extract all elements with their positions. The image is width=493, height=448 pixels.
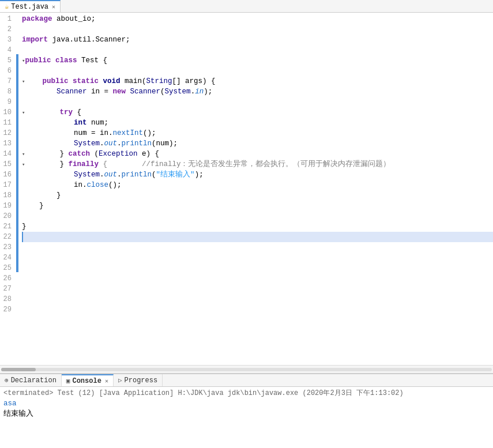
console-close-button[interactable]: ✕	[105, 378, 108, 385]
code-line	[22, 232, 493, 242]
progress-icon: ▷	[118, 377, 122, 384]
tab-declaration[interactable]: ⊕ Declaration	[0, 374, 62, 386]
line-number: 28	[2, 294, 12, 304]
code-line: in.close();	[22, 180, 493, 190]
progress-tab-label: Progress	[125, 377, 158, 385]
line-number: 10	[2, 107, 12, 118]
console-icon: ▣	[66, 377, 70, 385]
console-output-line2: 结束输入	[3, 409, 490, 419]
code-line: System.out.println(num);	[22, 138, 493, 149]
bottom-panel: ⊕ Declaration ▣ Console ✕ ▷ Progress <te…	[0, 373, 493, 448]
line-number: 9	[2, 97, 12, 107]
editor-area: 1234567891011121314151617181920212223242…	[0, 13, 493, 365]
line-number: 20	[2, 211, 12, 221]
line-number: 23	[2, 242, 12, 253]
line-number: 21	[2, 221, 12, 232]
code-line: Scanner in = new Scanner(System.in);	[22, 86, 493, 97]
line-number: 18	[2, 190, 12, 201]
code-line: import java.util.Scanner;	[22, 35, 493, 45]
line-number: 16	[2, 170, 12, 180]
line-numbers: 1234567891011121314151617181920212223242…	[0, 13, 16, 365]
code-editor[interactable]: package about_io; import java.util.Scann…	[20, 13, 493, 365]
code-line	[22, 294, 493, 304]
code-line: int num;	[22, 118, 493, 128]
scrollbar-thumb[interactable]	[1, 368, 36, 371]
code-line	[22, 253, 493, 263]
gutter-marker	[16, 54, 18, 272]
code-line	[22, 45, 493, 55]
line-number: 7	[2, 76, 12, 86]
tab-console[interactable]: ▣ Console ✕	[62, 374, 114, 386]
code-line	[22, 97, 493, 107]
console-terminated-line: <terminated> Test (12) [Java Application…	[3, 388, 490, 398]
file-tab[interactable]: ☕ Test.java ✕	[0, 0, 61, 12]
line-number: 1	[2, 14, 12, 24]
line-number: 14	[2, 149, 12, 159]
code-line: ▾ } catch (Exception e) {	[22, 149, 493, 159]
line-number: 4	[2, 45, 12, 55]
code-line	[22, 263, 493, 273]
code-line: ▾ try {	[22, 107, 493, 118]
line-number: 15	[2, 159, 12, 170]
line-number: 24	[2, 253, 12, 263]
line-number: 26	[2, 273, 12, 284]
tab-label: Test.java	[11, 3, 48, 11]
line-number: 6	[2, 66, 12, 76]
code-line	[22, 211, 493, 221]
editor-tab-bar: ☕ Test.java ✕	[0, 0, 493, 13]
declaration-icon: ⊕	[5, 377, 9, 384]
console-tab-label: Console	[72, 377, 101, 385]
line-number: 22	[2, 232, 12, 242]
tab-progress[interactable]: ▷ Progress	[114, 374, 163, 386]
code-line: ▾public class Test {	[22, 55, 493, 66]
line-number: 29	[2, 304, 12, 315]
code-line: System.out.println("结束输入");	[22, 170, 493, 180]
scrollbar-track	[1, 368, 492, 371]
tab-close-button[interactable]: ✕	[52, 3, 55, 10]
line-number: 12	[2, 128, 12, 138]
horizontal-scrollbar[interactable]	[0, 365, 493, 373]
code-line	[22, 66, 493, 76]
gutter	[16, 13, 20, 365]
code-line: }	[22, 190, 493, 201]
code-line	[22, 284, 493, 294]
line-number: 8	[2, 86, 12, 97]
code-line	[22, 273, 493, 284]
code-line: package about_io;	[22, 14, 493, 24]
code-line	[22, 24, 493, 35]
line-number: 2	[2, 24, 12, 35]
line-number: 27	[2, 284, 12, 294]
code-line: ▾ public static void main(String[] args)…	[22, 76, 493, 86]
line-number: 13	[2, 138, 12, 149]
code-line	[22, 242, 493, 253]
java-file-icon: ☕	[5, 2, 9, 11]
console-output-area: <terminated> Test (12) [Java Application…	[0, 387, 493, 448]
code-line: num = in.nextInt();	[22, 128, 493, 138]
code-line	[22, 304, 493, 315]
line-number: 19	[2, 201, 12, 211]
code-line: ▾ } finally { //finally：无论是否发生异常，都会执行。（可…	[22, 159, 493, 170]
declaration-tab-label: Declaration	[11, 377, 57, 385]
line-number: 17	[2, 180, 12, 190]
line-number: 3	[2, 35, 12, 45]
line-number: 25	[2, 263, 12, 273]
line-number: 5	[2, 55, 12, 66]
code-line: }	[22, 221, 493, 232]
console-output-line1: asa	[3, 398, 490, 409]
line-number: 11	[2, 118, 12, 128]
code-line: }	[22, 201, 493, 211]
bottom-tab-bar: ⊕ Declaration ▣ Console ✕ ▷ Progress	[0, 374, 493, 387]
